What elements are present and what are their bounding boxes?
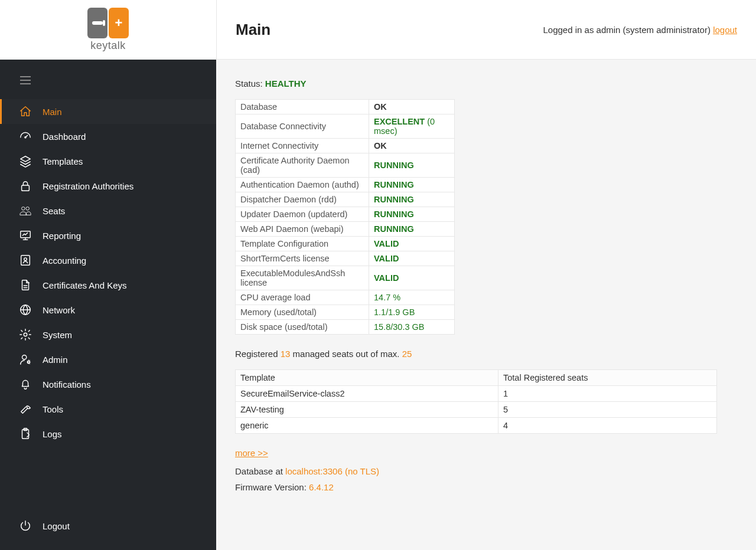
bell-icon — [19, 378, 32, 391]
status-value: 14.7 % — [369, 290, 455, 305]
sidebar-item-accounting[interactable]: Accounting — [0, 248, 216, 273]
sidebar-item-label: Network — [43, 305, 75, 315]
gauge-icon — [19, 130, 32, 143]
sidebar-logout[interactable]: Logout — [0, 513, 216, 538]
gear-icon — [19, 328, 32, 341]
sidebar-item-notifications[interactable]: Notifications — [0, 372, 216, 397]
sidebar-item-system[interactable]: System — [0, 322, 216, 347]
status-name: Database Connectivity — [236, 114, 369, 139]
table-row: Memory (used/total)1.1/1.9 GB — [236, 305, 455, 320]
status-value: EXCELLENT (0 msec) — [369, 114, 455, 139]
status-name: Database — [236, 100, 369, 114]
status-name: Template Configuration — [236, 237, 369, 251]
globe-icon — [19, 303, 32, 316]
table-row: Updater Daemon (updaterd)RUNNING — [236, 207, 455, 222]
seat-total: 1 — [498, 386, 717, 402]
sidebar-item-dashboard[interactable]: Dashboard — [0, 124, 216, 149]
database-info: Database at localhost:3306 (no TLS) — [235, 466, 737, 476]
svg-point-14 — [22, 355, 27, 359]
sidebar-item-logs[interactable]: Logs — [0, 421, 216, 446]
seats-summary: Registered 13 managed seats out of max. … — [235, 349, 737, 359]
table-row: Web API Daemon (webapi)RUNNING — [236, 222, 455, 237]
logout-link[interactable]: logout — [713, 25, 737, 35]
svg-point-13 — [24, 333, 27, 336]
status-name: Authentication Daemon (authd) — [236, 178, 369, 192]
table-row: ExecutableModulesAndSsh licenseVALID — [236, 266, 455, 290]
sidebar-item-label: Main — [43, 107, 62, 117]
more-link[interactable]: more >> — [235, 448, 268, 458]
sidebar-item-seats[interactable]: Seats — [0, 198, 216, 223]
seats-max: 25 — [402, 349, 412, 359]
wrench-icon — [19, 402, 32, 415]
clipboard-icon — [19, 427, 32, 440]
page-title: Main — [236, 21, 271, 39]
sidebar-item-label: Logout — [43, 521, 70, 531]
status-name: Memory (used/total) — [236, 305, 369, 320]
table-row: Template ConfigurationVALID — [236, 237, 455, 251]
sidebar-item-label: Admin — [43, 355, 68, 365]
table-row: generic4 — [236, 418, 717, 434]
firmware-version: 6.4.12 — [309, 482, 334, 492]
sidebar-item-label: Reporting — [43, 231, 81, 241]
sidebar-item-label: Accounting — [43, 256, 86, 266]
status-value: VALID — [369, 266, 455, 290]
status-value: RUNNING — [369, 192, 455, 207]
sidebar-item-certificates-and-keys[interactable]: Certificates And Keys — [0, 273, 216, 297]
table-row: Dispatcher Daemon (rdd)RUNNING — [236, 192, 455, 207]
logo-area: + keytalk — [0, 0, 216, 60]
sidebar-item-network[interactable]: Network — [0, 297, 216, 322]
content: Status: HEALTHY DatabaseOKDatabase Conne… — [216, 60, 756, 517]
sidebar-item-tools[interactable]: Tools — [0, 397, 216, 421]
database-link[interactable]: localhost:3306 (no TLS) — [285, 466, 379, 476]
status-value: RUNNING — [369, 222, 455, 237]
table-header-row: Template Total Registered seats — [236, 370, 717, 386]
status-name: ExecutableModulesAndSsh license — [236, 266, 369, 290]
status-name: Web API Daemon (webapi) — [236, 222, 369, 237]
table-row: SecureEmailService-class21 — [236, 386, 717, 402]
firmware-info: Firmware Version: 6.4.12 — [235, 482, 737, 492]
table-row: Authentication Daemon (authd)RUNNING — [236, 178, 455, 192]
table-row: Internet ConnectivityOK — [236, 139, 455, 153]
svg-point-5 — [22, 207, 25, 211]
seats-table: Template Total Registered seats SecureEm… — [235, 369, 717, 434]
sidebar-item-label: Registration Authorities — [43, 181, 133, 191]
seat-total: 4 — [498, 418, 717, 434]
status-label: Status: — [235, 78, 265, 89]
login-info: Logged in as admin (system administrator… — [543, 25, 738, 35]
status-value: OK — [369, 139, 455, 153]
sidebar-item-label: Seats — [43, 206, 65, 216]
sidebar-item-templates[interactable]: Templates — [0, 149, 216, 173]
logo: + keytalk — [87, 8, 129, 52]
layers-icon — [19, 155, 32, 168]
status-name: ShortTermCerts license — [236, 251, 369, 266]
status-value: RUNNING — [369, 178, 455, 192]
status-value: RUNNING — [369, 207, 455, 222]
people-icon — [19, 204, 32, 217]
id-card-icon — [19, 254, 32, 267]
main: Main Logged in as admin (system administ… — [216, 0, 756, 550]
sidebar-item-label: Notifications — [43, 379, 91, 389]
status-line: Status: HEALTHY — [235, 78, 737, 89]
table-row: Disk space (used/total)15.8/30.3 GB — [236, 320, 455, 335]
status-value: 1.1/1.9 GB — [369, 305, 455, 320]
col-total: Total Registered seats — [498, 370, 717, 386]
table-row: ZAV-testing5 — [236, 402, 717, 418]
seats-count: 13 — [281, 349, 291, 359]
table-row: Database ConnectivityEXCELLENT (0 msec) — [236, 114, 455, 139]
sidebar-item-registration-authorities[interactable]: Registration Authorities — [0, 173, 216, 198]
status-table: DatabaseOKDatabase ConnectivityEXCELLENT… — [235, 99, 455, 335]
sidebar-item-reporting[interactable]: Reporting — [0, 223, 216, 248]
hamburger-icon[interactable] — [0, 76, 216, 86]
sidebar-item-main[interactable]: Main — [0, 99, 216, 124]
seat-template: ZAV-testing — [236, 402, 498, 418]
status-name: Certificate Authority Daemon (cad) — [236, 153, 369, 178]
file-icon — [19, 279, 32, 292]
sidebar-item-label: System — [43, 330, 72, 340]
topbar: Main Logged in as admin (system administ… — [216, 0, 756, 60]
status-value: VALID — [369, 237, 455, 251]
sidebar-item-admin[interactable]: Admin — [0, 347, 216, 372]
seat-template: SecureEmailService-class2 — [236, 386, 498, 402]
table-row: Certificate Authority Daemon (cad)RUNNIN… — [236, 153, 455, 178]
svg-point-3 — [25, 137, 26, 138]
status-value: OK — [369, 100, 455, 114]
